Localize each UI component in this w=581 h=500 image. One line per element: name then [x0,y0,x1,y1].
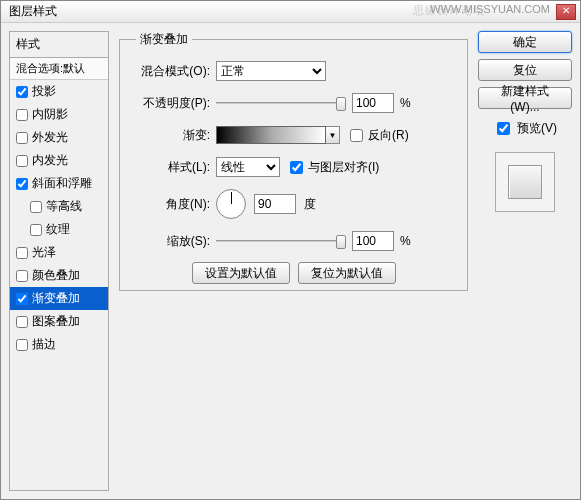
style-item[interactable]: 颜色叠加 [10,264,108,287]
preview-checkbox[interactable] [497,122,510,135]
opacity-unit: % [400,96,411,110]
angle-label: 角度(N): [136,196,216,213]
cancel-button[interactable]: 复位 [478,59,572,81]
scale-unit: % [400,234,411,248]
titlebar[interactable]: 图层样式 思缘设计论坛 WWW.MISSYUAN.COM ✕ [1,1,580,23]
style-checkbox[interactable] [16,178,28,190]
right-panel: 确定 复位 新建样式(W)... 预览(V) [478,31,572,491]
style-checkbox[interactable] [16,247,28,259]
new-style-button[interactable]: 新建样式(W)... [478,87,572,109]
style-item[interactable]: 渐变叠加 [10,287,108,310]
styles-header[interactable]: 样式 [10,32,108,58]
watermark-url: WWW.MISSYUAN.COM [430,3,550,15]
close-button[interactable]: ✕ [556,4,576,20]
style-select[interactable]: 线性 [216,157,280,177]
set-default-button[interactable]: 设置为默认值 [192,262,290,284]
style-item[interactable]: 内发光 [10,149,108,172]
align-label: 与图层对齐(I) [308,159,379,176]
style-checkbox[interactable] [16,316,28,328]
opacity-input[interactable] [352,93,394,113]
styles-list: 投影内阴影外发光内发光斜面和浮雕等高线纹理光泽颜色叠加渐变叠加图案叠加描边 [10,80,108,490]
style-item-label: 等高线 [46,198,82,215]
scale-slider[interactable] [216,231,346,251]
style-checkbox[interactable] [16,155,28,167]
ok-button[interactable]: 确定 [478,31,572,53]
style-item-label: 内阴影 [32,106,68,123]
preview-swatch [508,165,542,199]
style-item-label: 图案叠加 [32,313,80,330]
style-item[interactable]: 图案叠加 [10,310,108,333]
style-item[interactable]: 描边 [10,333,108,356]
blend-mode-label: 混合模式(O): [136,63,216,80]
reverse-checkbox[interactable] [350,129,363,142]
preview-box [495,152,555,212]
styles-subheader[interactable]: 混合选项:默认 [10,58,108,80]
dialog-body: 样式 混合选项:默认 投影内阴影外发光内发光斜面和浮雕等高线纹理光泽颜色叠加渐变… [1,23,580,499]
style-item-label: 外发光 [32,129,68,146]
gradient-preview[interactable] [216,126,326,144]
opacity-slider[interactable] [216,93,346,113]
style-item[interactable]: 等高线 [10,195,108,218]
layer-style-dialog: 图层样式 思缘设计论坛 WWW.MISSYUAN.COM ✕ 样式 混合选项:默… [0,0,581,500]
gradient-label: 渐变: [136,127,216,144]
styles-panel: 样式 混合选项:默认 投影内阴影外发光内发光斜面和浮雕等高线纹理光泽颜色叠加渐变… [9,31,109,491]
scale-input[interactable] [352,231,394,251]
reset-default-button[interactable]: 复位为默认值 [298,262,396,284]
angle-dial[interactable] [216,189,246,219]
style-item[interactable]: 内阴影 [10,103,108,126]
align-checkbox[interactable] [290,161,303,174]
style-checkbox[interactable] [16,293,28,305]
style-checkbox[interactable] [30,201,42,213]
opacity-label: 不透明度(P): [136,95,216,112]
style-item-label: 颜色叠加 [32,267,80,284]
style-checkbox[interactable] [16,86,28,98]
gradient-dropdown-icon[interactable]: ▼ [326,126,340,144]
style-item[interactable]: 光泽 [10,241,108,264]
style-item[interactable]: 纹理 [10,218,108,241]
gradient-overlay-fieldset: 渐变叠加 混合模式(O): 正常 不透明度(P): % [119,31,468,291]
style-checkbox[interactable] [16,270,28,282]
style-item-label: 描边 [32,336,56,353]
fieldset-legend: 渐变叠加 [136,31,192,48]
style-checkbox[interactable] [16,339,28,351]
style-item-label: 纹理 [46,221,70,238]
style-item[interactable]: 外发光 [10,126,108,149]
style-item-label: 渐变叠加 [32,290,80,307]
style-item[interactable]: 斜面和浮雕 [10,172,108,195]
preview-label: 预览(V) [517,120,557,137]
style-checkbox[interactable] [16,132,28,144]
scale-label: 缩放(S): [136,233,216,250]
style-item-label: 投影 [32,83,56,100]
reverse-label: 反向(R) [368,127,409,144]
style-item[interactable]: 投影 [10,80,108,103]
style-checkbox[interactable] [16,109,28,121]
main-panel: 渐变叠加 混合模式(O): 正常 不透明度(P): % [117,31,470,491]
style-label: 样式(L): [136,159,216,176]
style-item-label: 斜面和浮雕 [32,175,92,192]
style-item-label: 光泽 [32,244,56,261]
blend-mode-select[interactable]: 正常 [216,61,326,81]
style-checkbox[interactable] [30,224,42,236]
style-item-label: 内发光 [32,152,68,169]
angle-unit: 度 [304,196,316,213]
angle-input[interactable] [254,194,296,214]
